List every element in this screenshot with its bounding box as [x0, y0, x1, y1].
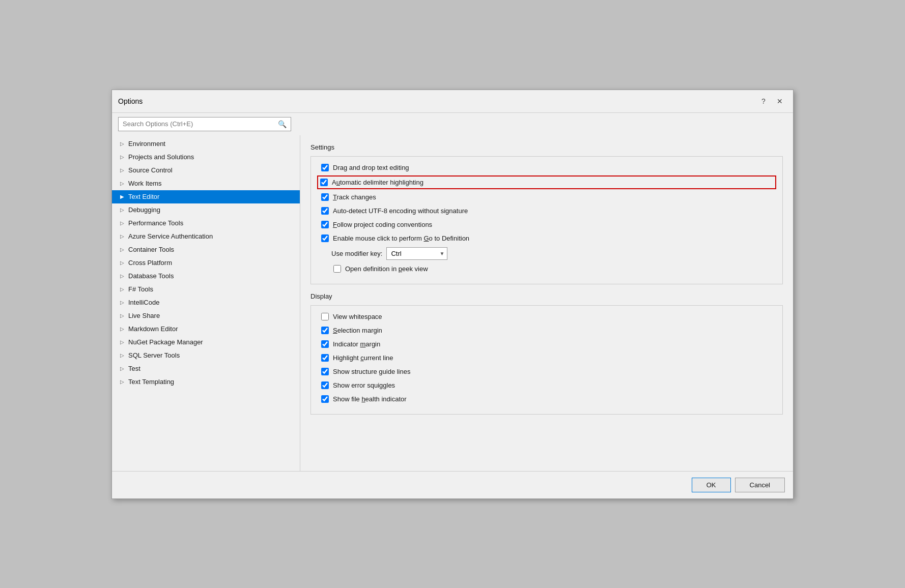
close-button[interactable]: ✕ [773, 94, 787, 108]
tree-item[interactable]: ▷Work Items [112, 177, 300, 190]
tree-item-label: Source Control [128, 166, 173, 174]
open-peek-checkbox[interactable] [333, 265, 341, 273]
health-indicator-label[interactable]: Show file health indicator [333, 395, 407, 403]
coding-conventions-row: Follow project coding conventions [319, 220, 774, 229]
modifier-select-wrapper: Alt Ctrl Shift ▼ [386, 247, 447, 260]
content-area: 🔍 ▷Environment▷Projects and Solutions▷So… [112, 113, 793, 498]
tree-item-label: Debugging [128, 206, 160, 214]
tree-item[interactable]: ▷Test [112, 362, 300, 375]
tree-item[interactable]: ▷F# Tools [112, 283, 300, 296]
selection-margin-label[interactable]: Selection margin [333, 327, 382, 334]
tree-item[interactable]: ▷Environment [112, 137, 300, 151]
tree-item-label: IntelliCode [128, 299, 159, 306]
tree-arrow-icon: ▷ [118, 140, 126, 148]
structure-guide-label[interactable]: Show structure guide lines [333, 368, 410, 375]
tree-item-label: Database Tools [128, 272, 174, 280]
search-input[interactable] [119, 117, 274, 130]
left-panel: ▷Environment▷Projects and Solutions▷Sour… [112, 135, 300, 471]
tree-item[interactable]: ▷Azure Service Authentication [112, 230, 300, 243]
tree-arrow-icon: ▶ [118, 193, 126, 201]
tree-item[interactable]: ▷Source Control [112, 164, 300, 177]
open-peek-label[interactable]: Open definition in peek view [345, 265, 428, 273]
selection-margin-checkbox[interactable] [321, 327, 329, 334]
tree-item-label: Markdown Editor [128, 325, 178, 333]
tree-arrow-icon: ▷ [118, 153, 126, 161]
highlight-line-checkbox[interactable] [321, 354, 329, 362]
tree-item-label: Work Items [128, 180, 162, 187]
health-indicator-checkbox[interactable] [321, 395, 329, 403]
cur-underline: c [360, 354, 364, 362]
tree-item[interactable]: ▶Text Editor [112, 190, 300, 203]
settings-section-title: Settings [310, 143, 783, 151]
settings-group: Drag and drop text editing Automatic del… [310, 156, 783, 284]
utf8-label[interactable]: Auto-detect UTF-8 encoding without signa… [333, 207, 468, 215]
view-whitespace-checkbox[interactable] [321, 313, 329, 320]
goto-underline: G [423, 234, 429, 242]
tree-item-label: Text Templating [128, 378, 174, 386]
tree-item[interactable]: ▷Markdown Editor [112, 322, 300, 336]
selection-margin-row: Selection margin [319, 326, 774, 335]
go-to-def-label[interactable]: Enable mouse click to perform Go to Defi… [333, 234, 469, 242]
tree-arrow-icon: ▷ [118, 246, 126, 254]
tree-item[interactable]: ▷Performance Tools [112, 217, 300, 230]
tree-item[interactable]: ▷Projects and Solutions [112, 151, 300, 164]
track-changes-row: Track changes [319, 192, 774, 202]
track-changes-label[interactable]: Track changes [333, 193, 376, 201]
tree-item-label: Test [128, 365, 140, 372]
drag-drop-checkbox[interactable] [321, 164, 329, 171]
tree-item[interactable]: ▷Text Templating [112, 375, 300, 389]
tree-item-label: Environment [128, 140, 165, 148]
tree-item[interactable]: ▷Debugging [112, 203, 300, 217]
track-changes-checkbox[interactable] [321, 193, 329, 201]
coding-conventions-label[interactable]: Follow project coding conventions [333, 221, 432, 228]
tree-item[interactable]: ▷Live Share [112, 309, 300, 322]
tree-item[interactable]: ▷IntelliCode [112, 296, 300, 309]
indicator-margin-checkbox[interactable] [321, 340, 329, 348]
structure-guide-checkbox[interactable] [321, 368, 329, 375]
auto-delim-checkbox[interactable] [320, 179, 328, 186]
auto-delim-label[interactable]: Automatic delimiter highlighting [332, 179, 423, 186]
view-whitespace-label[interactable]: View whitespace [333, 313, 382, 320]
coding-conventions-checkbox[interactable] [321, 221, 329, 228]
cancel-button[interactable]: Cancel [735, 478, 785, 492]
right-scroll-area[interactable]: Settings Drag and drop text editing Auto… [300, 135, 793, 471]
tree-item-label: Performance Tools [128, 219, 183, 227]
go-to-def-row: Enable mouse click to perform Go to Defi… [319, 233, 774, 243]
tree-arrow-icon: ▷ [118, 312, 126, 320]
tree-item[interactable]: ▷NuGet Package Manager [112, 336, 300, 349]
tree-item[interactable]: ▷SQL Server Tools [112, 349, 300, 362]
tree-arrow-icon: ▷ [118, 272, 126, 280]
tree-list: ▷Environment▷Projects and Solutions▷Sour… [112, 135, 300, 471]
view-whitespace-row: View whitespace [319, 312, 774, 321]
tree-item-label: F# Tools [128, 285, 153, 293]
highlight-line-row: Highlight current line [319, 353, 774, 363]
modifier-select[interactable]: Alt Ctrl Shift [386, 247, 447, 260]
peek-underline: p [399, 265, 402, 273]
right-panel: Settings Drag and drop text editing Auto… [300, 135, 793, 471]
tree-arrow-icon: ▷ [118, 166, 126, 174]
sel-underline: S [333, 327, 337, 334]
go-to-def-checkbox[interactable] [321, 234, 329, 242]
highlight-line-label[interactable]: Highlight current line [333, 354, 393, 362]
search-icon-button[interactable]: 🔍 [274, 117, 291, 131]
options-dialog: Options ? ✕ 🔍 ▷Environment▷Projects and … [111, 90, 794, 499]
indicator-margin-label[interactable]: Indicator margin [333, 340, 380, 348]
error-squiggles-label[interactable]: Show error squiggles [333, 381, 395, 389]
drag-drop-label[interactable]: Drag and drop text editing [333, 164, 409, 171]
tree-item[interactable]: ▷Cross Platform [112, 256, 300, 270]
utf8-checkbox[interactable] [321, 207, 329, 215]
indicator-margin-row: Indicator margin [319, 339, 774, 349]
error-squiggles-checkbox[interactable] [321, 381, 329, 389]
main-body: ▷Environment▷Projects and Solutions▷Sour… [112, 135, 793, 471]
tree-item-label: Container Tools [128, 246, 174, 253]
ok-button[interactable]: OK [692, 478, 731, 492]
modifier-label: Use modifier key: [331, 250, 382, 257]
tree-arrow-icon: ▷ [118, 219, 126, 227]
tree-item[interactable]: ▷Container Tools [112, 243, 300, 256]
help-button[interactable]: ? [756, 94, 771, 108]
tree-item[interactable]: ▷Database Tools [112, 270, 300, 283]
tree-item-label: Cross Platform [128, 259, 172, 267]
display-group: View whitespace Selection margin Indicat… [310, 305, 783, 415]
search-container: 🔍 [118, 117, 291, 131]
tree-arrow-icon: ▷ [118, 325, 126, 333]
